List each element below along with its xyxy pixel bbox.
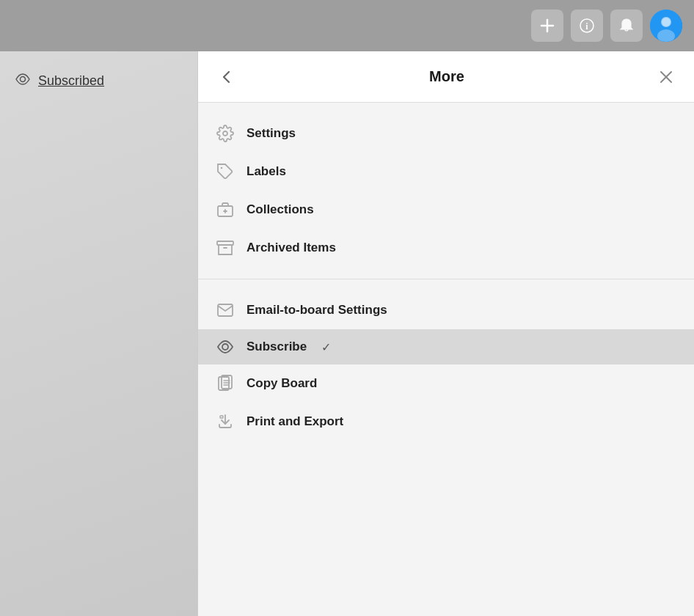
subscribed-item[interactable]: Subscribed [15, 73, 183, 89]
email-to-board-menu-item[interactable]: Email-to-board Settings [198, 291, 694, 329]
svg-point-8 [21, 77, 26, 82]
svg-text:i: i [585, 21, 588, 32]
back-button[interactable] [213, 63, 241, 91]
main-area: Subscribed More [0, 51, 694, 616]
subscribe-check-icon: ✓ [321, 340, 331, 354]
menu-group-1: Settings Labels [198, 103, 694, 279]
gear-icon [216, 125, 235, 142]
copy-board-label: Copy Board [246, 376, 317, 391]
panel-title: More [429, 68, 464, 85]
subscribe-eye-icon [216, 340, 235, 353]
labels-menu-item[interactable]: Labels [198, 153, 694, 191]
subscribed-label: Subscribed [38, 73, 104, 89]
print-export-label: Print and Export [246, 414, 343, 429]
collections-menu-item[interactable]: Collections [198, 191, 694, 229]
info-button[interactable]: i [571, 10, 603, 42]
svg-point-7 [662, 18, 671, 26]
close-button[interactable] [653, 64, 679, 90]
collections-icon [216, 201, 235, 219]
notifications-button[interactable] [610, 10, 643, 42]
header-bar: i [0, 0, 694, 51]
email-icon [216, 301, 235, 319]
settings-menu-item[interactable]: Settings [198, 114, 694, 153]
export-icon [216, 413, 235, 430]
subscribe-menu-item[interactable]: Subscribe ✓ [198, 329, 694, 364]
subscribe-label: Subscribe [246, 340, 307, 354]
svg-rect-25 [220, 416, 223, 418]
collections-label: Collections [246, 202, 314, 217]
label-icon [216, 163, 235, 180]
print-export-menu-item[interactable]: Print and Export [198, 403, 694, 441]
more-panel: More Settings [198, 51, 694, 616]
svg-rect-15 [217, 241, 233, 245]
avatar [650, 10, 682, 42]
svg-point-18 [222, 344, 228, 350]
archived-items-label: Archived Items [246, 241, 336, 255]
menu-group-2: Email-to-board Settings Subscribe ✓ [198, 279, 694, 452]
copy-board-menu-item[interactable]: Copy Board [198, 364, 694, 403]
sidebar: Subscribed [0, 51, 198, 616]
add-button[interactable] [531, 10, 563, 42]
panel-header: More [198, 51, 694, 103]
avatar-button[interactable] [650, 10, 682, 42]
email-to-board-label: Email-to-board Settings [246, 303, 387, 318]
archive-icon [216, 239, 235, 257]
labels-label: Labels [246, 164, 286, 179]
eye-icon [15, 73, 31, 89]
settings-label: Settings [246, 126, 296, 141]
archived-items-menu-item[interactable]: Archived Items [198, 229, 694, 267]
copy-board-icon [216, 375, 235, 392]
